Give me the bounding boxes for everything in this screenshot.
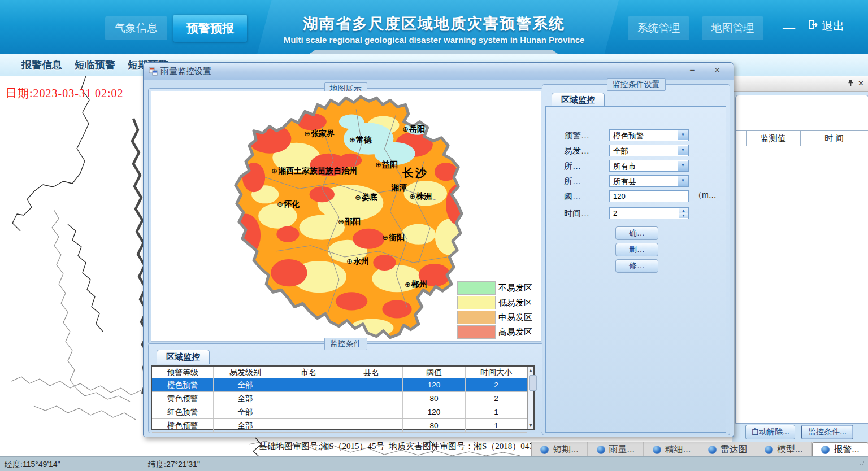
- city-marker-icon: ⊕: [402, 125, 409, 133]
- city-marker-icon: ⊕: [405, 280, 411, 289]
- monitor-conditions-group: 监控条件 区域监控 预警等级 易发级别 市名 县名 阈值 时间大小 橙色预警 全…: [148, 343, 543, 433]
- time-label: 时间…: [564, 208, 589, 219]
- current-date-label: 日期:2023-03-31 02:02: [6, 86, 123, 101]
- city-label: 长沙: [402, 165, 428, 181]
- monitor-condition-button[interactable]: 监控条件...: [801, 425, 853, 439]
- tab-model[interactable]: 模型...: [756, 442, 812, 457]
- legend-swatch: [457, 281, 496, 295]
- subnav-nowcast-warning[interactable]: 短临预警: [75, 58, 115, 72]
- alarm-table-header: 监测值 时 间: [736, 130, 868, 146]
- city-select[interactable]: 所有市▼: [609, 160, 689, 172]
- confirm-button[interactable]: 确…: [615, 226, 658, 240]
- warning-level-label: 预警…: [564, 130, 589, 141]
- city-label: ⊕岳阳: [402, 124, 425, 134]
- scroll-down-icon[interactable]: ▼: [528, 422, 533, 428]
- pin-icon[interactable]: [847, 79, 854, 89]
- prone-level-label: 易发…: [564, 146, 589, 156]
- map-review-number-label: 基础地图审图号:湘S（2015）45号 地质灾害图件审图号：湘S（2018）04…: [259, 441, 542, 452]
- time-spinner[interactable]: 2▲▼: [609, 207, 689, 219]
- dock-close-icon[interactable]: ✕: [858, 79, 864, 88]
- tab-radar[interactable]: 雷达图: [700, 442, 756, 457]
- settings-panel: 预警… 易发… 所… 所… 阈… 时间… 橙色预警▼ 全部▼ 所有市▼ 所有县▼…: [545, 106, 726, 433]
- scrollbar-thumb[interactable]: [529, 375, 537, 391]
- city-label: ⊕永州: [346, 256, 369, 267]
- prone-level-select[interactable]: 全部▼: [609, 145, 689, 156]
- city-label: 湘潭: [391, 183, 407, 193]
- city-label: ⊕邵阳: [338, 217, 361, 227]
- dialog-close-button[interactable]: ✕: [711, 66, 723, 75]
- city-marker-icon: ⊕: [338, 217, 344, 226]
- bottom-view-tabs: 短期... 雨量... 精细... 雷达图 模型... 报警...: [531, 442, 868, 457]
- chevron-down-icon[interactable]: ▼: [678, 161, 688, 171]
- city-marker-icon: ⊕: [346, 257, 353, 265]
- nav-system-management[interactable]: 系统管理: [628, 16, 689, 40]
- table-scrollbar[interactable]: ▲ ▼: [527, 367, 533, 429]
- globe-icon: [708, 446, 717, 454]
- status-bar: 经度:115°49'14" 纬度:27°21'31": [0, 456, 868, 471]
- nav-warning-forecast[interactable]: 预警预报: [173, 15, 247, 42]
- threshold-label: 阈…: [564, 191, 581, 202]
- table-row[interactable]: 黄色预警 全部 80 2: [152, 392, 527, 405]
- threshold-unit-label: （m…: [694, 190, 717, 200]
- tab-alarm[interactable]: 报警...: [812, 442, 868, 457]
- nav-weather-info[interactable]: 气象信息: [105, 16, 167, 40]
- exit-door-icon: [807, 19, 818, 33]
- table-header-row: 预警等级 易发级别 市名 县名 阈值 时间大小: [152, 367, 527, 378]
- globe-icon: [597, 446, 605, 454]
- tab-fine[interactable]: 精细...: [644, 442, 700, 457]
- warning-level-select[interactable]: 橙色预警▼: [609, 129, 689, 141]
- county-select[interactable]: 所有县▼: [609, 175, 689, 187]
- legend-row: 高易发区: [457, 325, 532, 339]
- city-label: ⊕衡阳: [382, 233, 405, 243]
- table-row[interactable]: 橙色预警 全部 80 1: [152, 419, 527, 433]
- county-select-label: 所…: [564, 176, 581, 187]
- legend-swatch: [457, 296, 496, 309]
- exit-button[interactable]: 退出: [807, 19, 844, 34]
- latitude-readout: 纬度:27°21'31": [148, 460, 200, 470]
- monitor-tab-region[interactable]: 区域监控: [157, 350, 210, 364]
- table-row[interactable]: 橙色预警 全部 120 2: [152, 378, 527, 392]
- window-minimize-button[interactable]: —: [783, 20, 795, 35]
- city-marker-icon: ⊕: [304, 129, 310, 138]
- settings-group-label: 监控条件设置: [607, 78, 666, 91]
- threshold-input[interactable]: 120: [609, 190, 689, 202]
- city-label: ⊕湘西土家族苗族自治州: [271, 166, 357, 176]
- scroll-up-icon[interactable]: ▲: [528, 368, 533, 373]
- city-label: ⊕常德: [349, 135, 372, 145]
- subnav-alarm-info[interactable]: 报警信息: [21, 58, 62, 72]
- dock-panel-titlebar: ✕: [732, 76, 868, 92]
- exit-label: 退出: [822, 19, 844, 34]
- globe-icon: [540, 446, 549, 454]
- tab-shortterm[interactable]: 短期...: [532, 442, 588, 457]
- city-label: ⊕株洲: [409, 191, 432, 202]
- longitude-readout: 经度:115°49'14": [5, 460, 60, 470]
- table-row[interactable]: 红色预警 全部 120 1: [152, 405, 527, 419]
- legend-row: 不易发区: [457, 281, 532, 295]
- alarm-dock-panel: ✕ 监测值 时 间 自动解除... 监控条件...: [732, 76, 868, 442]
- monitor-conditions-table[interactable]: 预警等级 易发级别 市名 县名 阈值 时间大小 橙色预警 全部 120 2: [151, 365, 535, 430]
- auto-release-button[interactable]: 自动解除...: [745, 425, 795, 439]
- alarm-col-monitor-value: 监测值: [747, 131, 801, 146]
- chevron-down-icon[interactable]: ▼: [678, 176, 688, 186]
- alarm-col-blank: [736, 131, 747, 146]
- city-select-label: 所…: [564, 161, 581, 172]
- city-marker-icon: ⊕: [355, 193, 361, 202]
- form-window-icon: [149, 67, 158, 78]
- city-marker-icon: ⊕: [349, 136, 355, 144]
- settings-tab-region[interactable]: 区域监控: [552, 93, 605, 107]
- modify-button[interactable]: 修…: [615, 259, 658, 273]
- map-display-group: 地图展示: [148, 88, 543, 344]
- spinner-down-icon[interactable]: ▼: [679, 213, 688, 218]
- nav-map-management[interactable]: 地图管理: [702, 16, 763, 40]
- top-header: 湖南省多尺度区域地质灾害预警系统 Multi scale regional ge…: [0, 0, 868, 54]
- globe-icon: [653, 446, 661, 454]
- resize-grip[interactable]: [859, 460, 865, 465]
- dialog-minimize-button[interactable]: –: [686, 65, 698, 75]
- chevron-down-icon[interactable]: ▼: [678, 146, 688, 155]
- delete-button[interactable]: 删…: [615, 243, 658, 256]
- city-marker-icon: ⊕: [382, 233, 388, 242]
- hunan-risk-map[interactable]: ⊕张家界 ⊕常德 ⊕岳阳 ⊕益阳 长沙 ⊕湘西土家族苗族自治州 ⊕娄底 湘潭 ⊕…: [151, 91, 541, 342]
- chevron-down-icon[interactable]: ▼: [678, 130, 688, 140]
- dialog-titlebar[interactable]: 雨量监控设置 – ✕: [144, 63, 734, 80]
- tab-rainfall[interactable]: 雨量...: [588, 442, 644, 457]
